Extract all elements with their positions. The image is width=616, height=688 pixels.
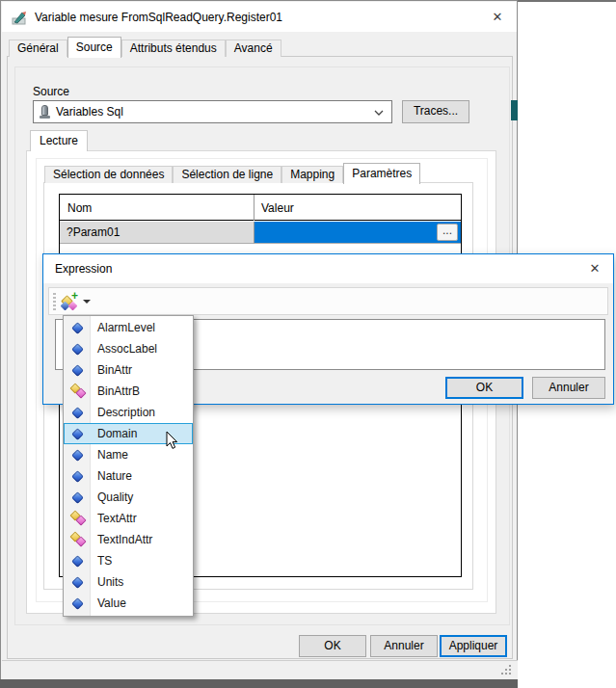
blue-diamond-icon: [64, 472, 92, 481]
menu-item-label: Description: [97, 406, 155, 419]
expression-close-icon[interactable]: ✕: [584, 260, 605, 278]
background-artifact: [511, 100, 518, 120]
blue-diamond-icon: [64, 409, 92, 417]
column-divider: [254, 195, 254, 221]
traces-button[interactable]: Traces...: [402, 100, 469, 123]
dual-diamond-icon: [64, 512, 92, 525]
expression-dialog-title: Expression: [55, 262, 112, 276]
subtab-mapping[interactable]: Mapping: [281, 166, 343, 183]
menu-item-alarmlevel[interactable]: AlarmLevel: [64, 317, 193, 338]
blue-diamond-icon: [64, 599, 92, 608]
dropdown-caret-icon: [83, 300, 91, 304]
subtab-s-lection-de-donn-es[interactable]: Sélection de données: [44, 166, 173, 183]
menu-item-label: AssocLabel: [97, 342, 157, 356]
expression-dialog-titlebar[interactable]: Expression ✕: [43, 254, 613, 283]
blue-diamond-icon: [64, 324, 92, 332]
blue-diamond-icon: [64, 557, 92, 566]
menu-item-textindattr[interactable]: TextIndAttr: [64, 529, 193, 550]
expression-ok-button[interactable]: OK: [445, 377, 523, 399]
menu-item-label: Name: [97, 448, 128, 462]
column-header-valeur: Valeur: [261, 201, 294, 215]
menu-item-units[interactable]: Units: [64, 571, 193, 593]
menu-item-label: Value: [97, 596, 126, 610]
blue-diamond-icon: [64, 578, 92, 587]
apply-button[interactable]: Appliquer: [440, 635, 507, 657]
tab-attributs-tendus[interactable]: Attributs étendus: [121, 40, 226, 57]
close-icon[interactable]: ✕: [487, 9, 508, 26]
insert-attribute-icon: +: [61, 293, 80, 311]
toolbar-grip[interactable]: [53, 293, 56, 310]
expression-cancel-button[interactable]: Annuler: [532, 377, 605, 399]
expression-toolbar: +: [48, 287, 608, 315]
menu-item-nature[interactable]: Nature: [64, 465, 193, 487]
attribute-dropdown-menu: AlarmLevelAssocLabelBinAttrBinAttrBDescr…: [63, 315, 194, 617]
menu-item-label: Units: [97, 575, 123, 589]
screenshot-root: Variable mesure FromSqlReadQuery.Registe…: [0, 0, 616, 688]
insert-attribute-button[interactable]: +: [61, 290, 96, 313]
menu-item-label: TextAttr: [97, 512, 137, 525]
param-value-cell[interactable]: ...: [254, 222, 461, 244]
menu-item-quality[interactable]: Quality: [64, 487, 193, 508]
source-combobox-value: Variables Sql: [56, 105, 123, 119]
main-tab-strip: GénéralSourceAttributs étendusAvancé: [9, 36, 281, 57]
menu-item-label: Quality: [97, 490, 133, 504]
cancel-button[interactable]: Annuler: [370, 635, 438, 657]
menu-item-label: BinAttr: [97, 363, 132, 377]
table-header: Nom Valeur: [60, 195, 461, 221]
menu-item-description[interactable]: Description: [64, 402, 193, 423]
menu-item-label: TextIndAttr: [97, 533, 152, 546]
menu-item-ts[interactable]: TS: [64, 550, 193, 571]
datasource-icon: [40, 105, 50, 119]
blue-diamond-icon: [64, 366, 92, 375]
open-expression-editor-button[interactable]: ...: [437, 224, 458, 241]
window-bottom-edge: [0, 679, 518, 688]
ok-button[interactable]: OK: [299, 635, 366, 657]
menu-item-label: Nature: [97, 469, 132, 483]
menu-item-value[interactable]: Value: [64, 593, 193, 614]
menu-item-binattrb[interactable]: BinAttrB: [64, 381, 193, 402]
variable-dialog-titlebar[interactable]: Variable mesure FromSqlReadQuery.Registe…: [2, 2, 517, 32]
dual-diamond-icon: [64, 384, 92, 398]
mouse-cursor-icon: [166, 431, 178, 450]
blue-diamond-icon: [64, 493, 92, 502]
table-row: ?Param01 ...: [60, 222, 461, 244]
menu-item-textattr[interactable]: TextAttr: [64, 508, 193, 529]
resize-grip[interactable]: [509, 673, 511, 675]
menu-item-label: BinAttrB: [97, 384, 140, 398]
menu-item-label: Domain: [97, 427, 137, 440]
chevron-down-icon[interactable]: [374, 110, 384, 116]
tab-g-n-ral[interactable]: Général: [9, 40, 67, 57]
tab-avanc-[interactable]: Avancé: [226, 40, 281, 57]
dual-diamond-icon: [64, 533, 92, 546]
subtab-param-tres[interactable]: Paramètres: [343, 163, 420, 184]
menu-item-assoclabel[interactable]: AssocLabel: [64, 338, 193, 359]
param-name-cell: ?Param01: [60, 222, 254, 244]
menu-item-binattr[interactable]: BinAttr: [64, 359, 193, 381]
source-label: Source: [33, 85, 69, 98]
source-combobox[interactable]: Variables Sql: [33, 100, 392, 123]
window-title: Variable mesure FromSqlReadQuery.Registe…: [35, 11, 282, 24]
blue-diamond-icon: [64, 430, 92, 438]
blue-diamond-icon: [64, 451, 92, 460]
menu-item-list: AlarmLevelAssocLabelBinAttrBinAttrBDescr…: [64, 317, 193, 614]
menu-item-label: TS: [97, 554, 112, 568]
blue-diamond-icon: [64, 345, 92, 354]
measure-variable-icon: [12, 10, 27, 25]
background-window-edge: [518, 0, 616, 2]
tab-source[interactable]: Source: [67, 37, 121, 58]
tab-lecture[interactable]: Lecture: [30, 130, 88, 151]
status-strip: [2, 660, 518, 680]
menu-item-label: AlarmLevel: [97, 321, 155, 334]
column-header-nom: Nom: [67, 201, 92, 215]
subtab-s-lection-de-ligne[interactable]: Sélection de ligne: [173, 166, 281, 183]
sub-tab-strip: Sélection de donnéesSélection de ligneMa…: [44, 160, 420, 183]
